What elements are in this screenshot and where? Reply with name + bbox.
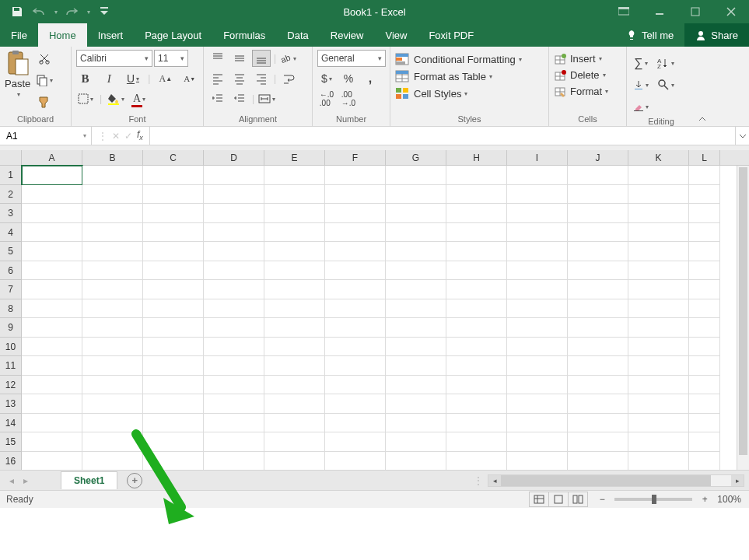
decrease-font-icon[interactable]: A▼: [180, 70, 198, 87]
cell[interactable]: [507, 356, 568, 376]
cell[interactable]: [82, 185, 143, 205]
paste-button[interactable]: Paste: [5, 78, 30, 89]
cell[interactable]: [507, 414, 568, 433]
cell[interactable]: [204, 318, 264, 338]
cell[interactable]: [386, 299, 446, 319]
row-header[interactable]: 12: [0, 376, 22, 395]
cell[interactable]: [264, 318, 325, 338]
cell[interactable]: [204, 414, 264, 433]
italic-button[interactable]: I: [100, 70, 118, 87]
cell[interactable]: [628, 280, 689, 299]
cell[interactable]: [264, 338, 325, 357]
share-button[interactable]: Share: [684, 23, 749, 47]
cell[interactable]: [325, 185, 386, 205]
cell[interactable]: [82, 376, 143, 395]
cell[interactable]: [689, 318, 720, 338]
sort-filter-icon[interactable]: AZ▾: [656, 54, 675, 72]
cell[interactable]: [82, 299, 143, 319]
tab-view[interactable]: View: [374, 23, 418, 47]
enter-formula-icon[interactable]: ✓: [124, 131, 132, 142]
cell[interactable]: [689, 166, 720, 185]
cell[interactable]: [507, 242, 568, 261]
insert-cells-button[interactable]: Insert▾: [554, 53, 621, 65]
cell[interactable]: [22, 394, 82, 414]
cell[interactable]: [568, 166, 628, 185]
cell[interactable]: [143, 432, 204, 452]
cell[interactable]: [386, 376, 446, 395]
cell[interactable]: [264, 166, 325, 185]
cell[interactable]: [386, 280, 446, 299]
cell[interactable]: [507, 280, 568, 299]
close-button[interactable]: [713, 0, 749, 23]
cell[interactable]: [386, 185, 446, 205]
row-header[interactable]: 10: [0, 338, 22, 357]
cell[interactable]: [689, 376, 720, 395]
cell[interactable]: [568, 261, 628, 281]
name-box-dropdown-icon[interactable]: ▾: [79, 132, 91, 139]
cell-styles-button[interactable]: Cell Styles▾: [395, 87, 544, 100]
row-header[interactable]: 6: [0, 261, 22, 281]
tab-file[interactable]: File: [0, 23, 38, 47]
column-header[interactable]: D: [204, 150, 264, 165]
format-painter-icon[interactable]: [35, 93, 54, 110]
cell[interactable]: [507, 185, 568, 205]
cell[interactable]: [264, 299, 325, 319]
column-header[interactable]: J: [568, 150, 628, 165]
cell[interactable]: [204, 356, 264, 376]
new-sheet-button[interactable]: +: [127, 473, 142, 488]
cell[interactable]: [446, 376, 507, 395]
cell[interactable]: [628, 432, 689, 452]
cell[interactable]: [568, 318, 628, 338]
cell[interactable]: [689, 414, 720, 433]
cell[interactable]: [204, 166, 264, 185]
cell[interactable]: [689, 338, 720, 357]
tab-formulas[interactable]: Formulas: [212, 23, 276, 47]
cell[interactable]: [689, 356, 720, 376]
cell[interactable]: [22, 242, 82, 261]
borders-icon[interactable]: ▾: [76, 90, 95, 107]
cell[interactable]: [143, 338, 204, 357]
cell[interactable]: [22, 414, 82, 433]
cell[interactable]: [264, 223, 325, 243]
cell[interactable]: [446, 394, 507, 414]
cell[interactable]: [22, 185, 82, 205]
cell[interactable]: [82, 356, 143, 376]
cell[interactable]: [507, 223, 568, 243]
cell[interactable]: [568, 204, 628, 223]
cell[interactable]: [22, 376, 82, 395]
cell[interactable]: [264, 280, 325, 299]
cell[interactable]: [143, 185, 204, 205]
select-all-corner[interactable]: [0, 150, 22, 165]
tab-review[interactable]: Review: [320, 23, 375, 47]
conditional-formatting-button[interactable]: Conditional Formatting▾: [395, 53, 544, 65]
maximize-button[interactable]: [677, 0, 713, 23]
wrap-text-icon[interactable]: [279, 70, 298, 87]
column-header[interactable]: F: [325, 150, 386, 165]
zoom-out-button[interactable]: −: [596, 494, 608, 505]
fx-icon[interactable]: fx: [137, 129, 143, 142]
cell[interactable]: [507, 376, 568, 395]
cell[interactable]: [628, 185, 689, 205]
cell[interactable]: [82, 166, 143, 185]
cell[interactable]: [628, 223, 689, 243]
cell[interactable]: [386, 394, 446, 414]
tab-page-layout[interactable]: Page Layout: [134, 23, 212, 47]
cell[interactable]: [264, 452, 325, 471]
cell[interactable]: [143, 280, 204, 299]
cell[interactable]: [386, 414, 446, 433]
tab-foxit-pdf[interactable]: Foxit PDF: [418, 23, 485, 47]
tab-home[interactable]: Home: [38, 23, 87, 47]
increase-indent-icon[interactable]: [230, 90, 249, 107]
cell[interactable]: [264, 204, 325, 223]
ribbon-display-options-icon[interactable]: [606, 0, 642, 23]
cell[interactable]: [204, 452, 264, 471]
zoom-slider[interactable]: [614, 498, 692, 501]
cell[interactable]: [264, 242, 325, 261]
cell[interactable]: [82, 452, 143, 471]
row-header[interactable]: 7: [0, 280, 22, 299]
cell[interactable]: [22, 299, 82, 319]
cell[interactable]: [386, 452, 446, 471]
cell[interactable]: [143, 376, 204, 395]
cell[interactable]: [22, 452, 82, 471]
row-header[interactable]: 9: [0, 318, 22, 338]
